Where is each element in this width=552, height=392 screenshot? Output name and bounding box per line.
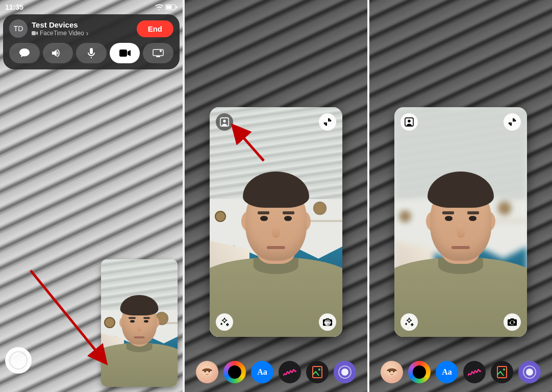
effect-stickers[interactable] xyxy=(491,361,513,383)
svg-point-16 xyxy=(208,371,210,372)
portrait-icon xyxy=(220,117,229,127)
effect-stickers[interactable] xyxy=(306,361,329,383)
status-icons xyxy=(155,4,178,10)
sticker-icon xyxy=(496,365,508,379)
self-view-video xyxy=(210,107,342,337)
message-icon xyxy=(19,48,30,58)
self-view-expanded[interactable] xyxy=(210,107,342,337)
effects-tray: Aa xyxy=(185,358,367,386)
svg-rect-7 xyxy=(156,56,160,57)
svg-rect-17 xyxy=(313,366,322,378)
svg-rect-6 xyxy=(153,50,163,56)
call-header: TD Test Devices FaceTime Video › End xyxy=(9,19,173,38)
svg-rect-2 xyxy=(176,6,177,8)
clips-icon xyxy=(522,365,537,379)
svg-point-20 xyxy=(341,369,348,376)
microphone-icon xyxy=(88,48,95,58)
speaker-icon xyxy=(52,48,63,58)
video-icon xyxy=(32,31,38,35)
caller-name: Test Devices xyxy=(32,20,133,29)
effect-more-apps[interactable] xyxy=(334,361,356,383)
message-button[interactable] xyxy=(9,43,40,63)
self-view-video xyxy=(394,107,527,337)
caller-avatar[interactable]: TD xyxy=(9,19,28,38)
self-view-video xyxy=(101,259,178,387)
sticker-icon xyxy=(312,365,323,379)
screenshot-panel-3: Aa xyxy=(369,0,552,392)
portrait-mode-button[interactable] xyxy=(216,113,233,131)
call-info[interactable]: Test Devices FaceTime Video › xyxy=(32,20,133,37)
shrink-icon xyxy=(323,118,332,126)
shrink-pip-button[interactable] xyxy=(319,113,336,131)
portrait-mode-button-active[interactable] xyxy=(400,113,418,131)
screen-share-button[interactable] xyxy=(143,43,173,63)
wifi-icon xyxy=(155,4,163,10)
chevron-right-icon: › xyxy=(86,29,89,37)
effect-memoji[interactable] xyxy=(196,361,218,383)
svg-rect-1 xyxy=(166,6,172,9)
call-subtitle: FaceTime Video › xyxy=(32,29,133,37)
effects-button[interactable] xyxy=(216,313,233,331)
svg-point-27 xyxy=(503,369,505,371)
flip-camera-button[interactable] xyxy=(319,313,336,331)
svg-rect-5 xyxy=(119,50,127,57)
flip-camera-button[interactable] xyxy=(504,313,521,331)
svg-rect-4 xyxy=(90,48,93,54)
svg-point-29 xyxy=(526,369,533,376)
svg-point-15 xyxy=(204,371,206,372)
svg-point-8 xyxy=(160,50,162,52)
live-photo-shutter-button[interactable] xyxy=(5,347,32,374)
svg-point-12 xyxy=(223,120,225,122)
end-call-button[interactable]: End xyxy=(137,20,173,37)
camera-toggle-button[interactable] xyxy=(110,43,140,63)
self-view-expanded-portrait[interactable] xyxy=(394,107,527,337)
star-effects-icon xyxy=(219,317,230,327)
speaker-button[interactable] xyxy=(43,43,73,63)
flip-camera-icon xyxy=(323,318,332,326)
star-effects-icon xyxy=(404,317,414,327)
memoji-icon xyxy=(199,364,215,380)
svg-point-18 xyxy=(318,369,320,371)
video-camera-icon xyxy=(119,50,131,57)
status-time: 11:35 xyxy=(5,3,23,11)
screen-share-icon xyxy=(153,49,164,57)
svg-point-22 xyxy=(408,120,410,122)
screenshot-panel-2: Aa xyxy=(185,0,367,392)
effect-filters[interactable] xyxy=(408,361,431,383)
portrait-icon xyxy=(405,117,414,127)
scribble-icon xyxy=(283,367,297,377)
effect-filters[interactable] xyxy=(223,361,246,383)
scribble-icon xyxy=(467,367,482,377)
shrink-pip-button[interactable] xyxy=(504,113,521,131)
effects-button[interactable] xyxy=(400,313,418,331)
status-bar: 11:35 xyxy=(0,0,183,14)
clips-icon xyxy=(338,365,352,379)
memoji-icon xyxy=(384,364,400,380)
call-controls-row xyxy=(9,43,173,63)
self-view-pip[interactable] xyxy=(101,259,178,387)
effect-shapes-scribble[interactable] xyxy=(463,361,486,383)
call-controls-card: TD Test Devices FaceTime Video › End xyxy=(3,14,180,69)
effect-text[interactable]: Aa xyxy=(251,361,273,383)
shrink-icon xyxy=(508,118,516,126)
screenshot-panel-1: 11:35 TD Test Devices FaceTime Video › E… xyxy=(0,0,183,392)
svg-point-24 xyxy=(389,371,390,372)
effect-shapes-scribble[interactable] xyxy=(279,361,301,383)
effects-tray: Aa xyxy=(369,358,552,386)
effect-more-apps[interactable] xyxy=(518,361,541,383)
svg-point-25 xyxy=(393,371,394,372)
effect-memoji[interactable] xyxy=(381,361,403,383)
svg-rect-26 xyxy=(497,366,507,378)
svg-rect-3 xyxy=(32,31,36,35)
flip-camera-icon xyxy=(508,318,517,326)
battery-icon xyxy=(165,4,178,10)
effect-text[interactable]: Aa xyxy=(436,361,458,383)
mute-button[interactable] xyxy=(76,43,107,63)
